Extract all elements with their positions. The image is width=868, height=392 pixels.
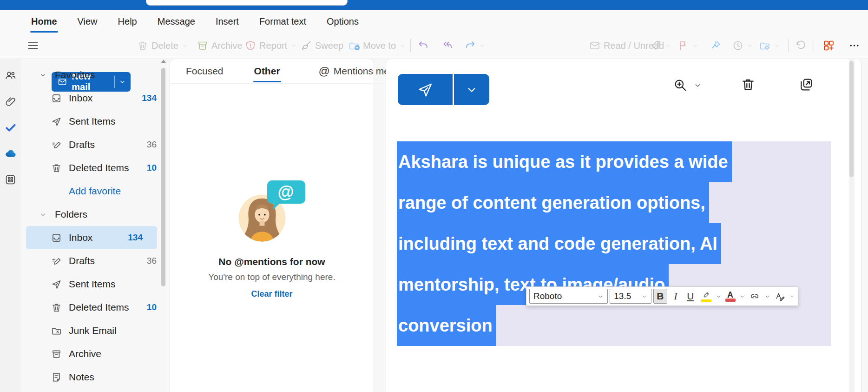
folder-pane: Favorites Inbox 134 Sent Items Drafts 36… [21, 59, 166, 392]
reading-pane-scrollbar[interactable] [849, 59, 855, 392]
drafts-icon [51, 256, 62, 266]
folder-pane-scrollbar[interactable] [161, 59, 166, 392]
tab-format-text[interactable]: Format text [258, 14, 307, 29]
send-options-chevron[interactable] [454, 74, 489, 105]
chevron-down-icon [182, 42, 188, 49]
folder-item-drafts[interactable]: Drafts 36 [21, 249, 166, 272]
browser-topbar [0, 0, 868, 10]
selected-text-line: conversion [397, 305, 496, 346]
favorite-item-inbox[interactable]: Inbox 134 [21, 86, 166, 110]
underline-button[interactable]: U [684, 289, 697, 303]
archive-button[interactable]: Archive [197, 40, 243, 51]
pin-button[interactable] [710, 40, 721, 51]
undo-secondary-button[interactable] [795, 40, 806, 51]
archive-icon [197, 40, 208, 51]
favorite-item-sent[interactable]: Sent Items [21, 110, 166, 133]
folder-item-notes[interactable]: Notes [21, 365, 166, 389]
folder-item-archive[interactable]: Archive [21, 342, 166, 365]
folder-item-junk[interactable]: Junk Email [21, 319, 166, 342]
rail-item-attachments[interactable] [0, 88, 21, 114]
bold-button[interactable]: B [653, 289, 667, 304]
folder-item-sent[interactable]: Sent Items [21, 272, 166, 296]
send-icon[interactable] [398, 74, 454, 105]
unread-count-badge: 10 [147, 163, 157, 173]
chevron-down-icon[interactable] [764, 293, 770, 299]
tab-home[interactable]: Home [30, 14, 58, 29]
favorite-item-deleted[interactable]: Deleted Items 10 [21, 156, 166, 179]
hamburger-icon[interactable] [27, 40, 39, 52]
sweep-button[interactable]: Sweep [301, 40, 343, 51]
chevron-down-icon [399, 42, 406, 49]
report-button[interactable]: Report [245, 40, 297, 51]
tab-focused[interactable]: Focused [186, 66, 224, 77]
highlighter-icon [702, 291, 711, 299]
send-button[interactable] [398, 74, 489, 105]
scrollbar-thumb[interactable] [849, 61, 854, 177]
highlight-color-button[interactable] [699, 289, 714, 303]
chevron-down-icon [39, 72, 46, 79]
tab-view[interactable]: View [77, 14, 99, 29]
tab-help[interactable]: Help [117, 14, 138, 29]
favorites-label: Favorites [55, 69, 95, 80]
chevron-down-icon[interactable] [789, 293, 795, 299]
font-color-letter: A [727, 291, 733, 299]
undo-all-button[interactable] [441, 40, 453, 52]
compose-body-selection[interactable]: Akshara is unique as it provides a wide … [397, 141, 831, 346]
inbox-icon [51, 233, 62, 243]
folders-section-header[interactable]: Folders [21, 203, 166, 226]
unread-count-badge: 10 [147, 302, 157, 312]
envelope-icon [589, 40, 600, 51]
tab-other[interactable]: Other [254, 66, 280, 77]
mentions-filter[interactable]: @ Mentions me [318, 65, 389, 78]
folders-label: Folders [55, 209, 87, 220]
font-color-button[interactable]: A [723, 289, 737, 303]
chevron-down-icon[interactable] [716, 293, 722, 299]
clear-formatting-button[interactable] [772, 289, 787, 303]
chevron-down-icon [774, 42, 780, 49]
tag-button[interactable] [651, 40, 671, 51]
selected-text-line: range of content generation options, [397, 182, 709, 223]
tab-options[interactable]: Options [326, 14, 360, 29]
report-label: Report [259, 40, 287, 51]
favorite-item-drafts[interactable]: Drafts 36 [21, 133, 166, 156]
scrollbar-thumb[interactable] [161, 68, 165, 286]
folder-item-deleted[interactable]: Deleted Items 10 [21, 296, 166, 319]
report-shield-icon [245, 40, 256, 51]
rail-item-todo[interactable] [0, 114, 21, 140]
reading-pane: Akshara is unique as it provides a wide … [386, 59, 861, 392]
snooze-button[interactable] [732, 40, 753, 51]
folder-settings-button[interactable] [759, 40, 780, 51]
open-in-new-window-button[interactable] [799, 77, 814, 92]
font-color-swatch [725, 299, 736, 302]
zoom-button[interactable] [673, 78, 702, 92]
tab-message[interactable]: Message [157, 14, 196, 29]
add-favorite-link[interactable]: Add favorite [21, 179, 166, 203]
favorites-section-header[interactable]: Favorites [21, 63, 166, 86]
add-apps-button[interactable] [823, 40, 835, 52]
delete-button[interactable]: Delete [137, 40, 188, 51]
redo-button[interactable] [464, 40, 486, 52]
clear-formatting-icon [775, 291, 785, 302]
discard-button[interactable] [741, 77, 756, 92]
sent-icon [51, 116, 62, 127]
folder-item-inbox[interactable]: Inbox 134 [26, 226, 157, 249]
chevron-down-icon[interactable] [739, 293, 745, 299]
undo-button[interactable] [418, 40, 429, 52]
rail-item-more-apps[interactable] [0, 166, 21, 193]
undo-icon [418, 40, 429, 52]
font-name-value: Roboto [533, 291, 562, 301]
tab-insert[interactable]: Insert [215, 14, 240, 29]
scrollbar-up-arrow[interactable] [161, 60, 166, 63]
font-size-dropdown[interactable]: 13.5 [610, 289, 651, 304]
search-box[interactable] [146, 0, 348, 6]
flag-button[interactable] [677, 40, 698, 51]
more-options-button[interactable] [848, 40, 860, 52]
rail-item-onedrive[interactable] [0, 140, 21, 166]
rail-item-people[interactable] [0, 62, 21, 88]
clear-filter-link[interactable]: Clear filter [170, 289, 374, 299]
italic-button[interactable]: I [669, 289, 682, 303]
font-name-dropdown[interactable]: Roboto [529, 289, 608, 304]
move-to-button[interactable]: Move to [349, 40, 406, 51]
insert-link-button[interactable] [747, 289, 763, 303]
sent-icon [51, 279, 62, 290]
